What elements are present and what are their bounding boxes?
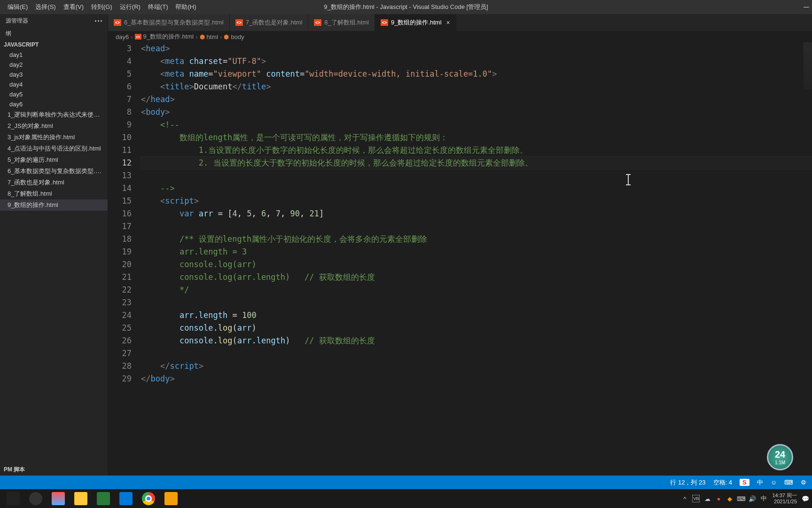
app-obs[interactable] bbox=[24, 489, 47, 508]
notification-icon[interactable]: 💬 bbox=[802, 495, 809, 502]
folder-day4[interactable]: day4 bbox=[0, 79, 108, 89]
ime-lang[interactable]: 中 bbox=[757, 478, 763, 487]
file-5[interactable]: 5_对象的遍历.html bbox=[0, 154, 108, 166]
tab-7[interactable]: <>7_函数也是对象.html bbox=[230, 14, 309, 31]
bc-file[interactable]: 9_数组的操作.html bbox=[143, 32, 194, 41]
explorer-title: 源管理器 bbox=[6, 17, 28, 25]
file-3[interactable]: 3_js对象属性的操作.html bbox=[0, 132, 108, 143]
menu-help[interactable]: 帮助(H) bbox=[172, 3, 200, 11]
tab-6[interactable]: <>6_基本数据类型与复杂数据类型.html bbox=[108, 14, 230, 31]
file-8[interactable]: 8_了解数组.html bbox=[0, 188, 108, 199]
start-button[interactable] bbox=[2, 489, 24, 508]
line-gutter: 345 678 91011 121314 151617 181920 21222… bbox=[108, 42, 141, 476]
app-explorer[interactable] bbox=[70, 489, 92, 508]
breadcrumb[interactable]: day6› <> 9_数组的操作.html› ⬢ html› ⬢ body bbox=[108, 31, 812, 42]
html-icon: <> bbox=[114, 19, 121, 26]
folder-day1[interactable]: day1 bbox=[0, 50, 108, 60]
emoji-icon[interactable]: ☺ bbox=[771, 479, 777, 486]
menu-goto[interactable]: 转到(G) bbox=[87, 3, 116, 11]
floating-badge[interactable]: 24 1.1M bbox=[767, 444, 793, 470]
app-chrome[interactable] bbox=[137, 489, 160, 508]
explorer-sidebar: 源管理器 纲 JAVASCRIPT day1 day2 day3 day4 da… bbox=[0, 14, 108, 476]
tab-bar: <>6_基本数据类型与复杂数据类型.html <>7_函数也是对象.html <… bbox=[108, 14, 812, 31]
tray-ime[interactable]: 中 bbox=[760, 495, 767, 502]
html-icon: <> bbox=[235, 19, 243, 26]
tab-9-active[interactable]: <>9_数组的操作.html× bbox=[375, 14, 456, 31]
folder-day6[interactable]: day6 bbox=[0, 99, 108, 109]
menu-run[interactable]: 运行(R) bbox=[116, 3, 144, 11]
folder-day2[interactable]: day2 bbox=[0, 60, 108, 70]
tray-vb-icon[interactable]: VB bbox=[692, 495, 700, 502]
code-editor[interactable]: 345 678 91011 121314 151617 181920 21222… bbox=[108, 42, 812, 476]
bc-body[interactable]: body bbox=[231, 33, 244, 40]
file-6[interactable]: 6_基本数据类型与复杂数据类型.html bbox=[0, 166, 108, 177]
app-terminal[interactable] bbox=[160, 489, 182, 508]
ime-badge[interactable]: S bbox=[740, 479, 750, 486]
tray-cloud-icon[interactable]: ☁ bbox=[703, 495, 711, 502]
outline-label[interactable]: 纲 bbox=[0, 28, 108, 40]
window-title: 9_数组的操作.html - Javascript - Visual Studi… bbox=[324, 3, 488, 11]
file-2[interactable]: 2_JS的对象.html bbox=[0, 120, 108, 132]
indent-spaces[interactable]: 空格: 4 bbox=[713, 478, 732, 487]
cursor-position[interactable]: 行 12，列 23 bbox=[670, 478, 705, 487]
bc-html[interactable]: html bbox=[207, 33, 219, 40]
menu-bar: 编辑(E) 选择(S) 查看(V) 转到(G) 运行(R) 终端(T) 帮助(H… bbox=[0, 0, 812, 14]
close-icon[interactable]: × bbox=[446, 19, 450, 26]
more-icon[interactable] bbox=[95, 20, 102, 22]
file-4[interactable]: 4_点语法与中括号语法的区别.html bbox=[0, 143, 108, 154]
folder-day5[interactable]: day5 bbox=[0, 89, 108, 99]
menu-select[interactable]: 选择(S) bbox=[31, 3, 59, 11]
minimap[interactable] bbox=[804, 42, 812, 89]
code-content[interactable]: <head> <meta charset="UTF-8"> <meta name… bbox=[141, 42, 812, 476]
status-bar: 行 12，列 23 空格: 4 S 中 ☺ ⌨ ⚙ bbox=[0, 476, 812, 489]
app-listary[interactable] bbox=[47, 489, 70, 508]
file-1[interactable]: 1_逻辑判断单独作为表达式来使用.... bbox=[0, 109, 108, 120]
explorer-header: 源管理器 bbox=[0, 14, 108, 28]
folder-day3[interactable]: day3 bbox=[0, 70, 108, 79]
tray-keyboard-icon[interactable]: ⌨ bbox=[737, 495, 745, 502]
keyboard-icon[interactable]: ⌨ bbox=[784, 479, 793, 486]
file-7[interactable]: 7_函数也是对象.html bbox=[0, 177, 108, 188]
workspace-root[interactable]: JAVASCRIPT bbox=[0, 40, 108, 50]
menu-terminal[interactable]: 终端(T) bbox=[144, 3, 172, 11]
tray-volume-icon[interactable]: 🔊 bbox=[749, 495, 756, 502]
npm-scripts[interactable]: PM 脚本 bbox=[0, 464, 108, 476]
tab-8[interactable]: <>8_了解数组.html bbox=[308, 14, 375, 31]
app-vscode[interactable] bbox=[115, 489, 137, 508]
html-icon: <> bbox=[135, 34, 141, 40]
tag-icon: ⬢ bbox=[224, 33, 229, 40]
file-9-active[interactable]: 9_数组的操作.html bbox=[0, 199, 108, 211]
minimize-icon[interactable]: ─ bbox=[804, 4, 809, 10]
tray-rec-icon[interactable]: ● bbox=[715, 495, 722, 502]
html-icon: <> bbox=[381, 19, 388, 26]
bc-folder[interactable]: day6 bbox=[116, 33, 129, 40]
tray-app-icon[interactable]: ◆ bbox=[726, 495, 734, 502]
html-icon: <> bbox=[314, 19, 321, 26]
app-notepad[interactable] bbox=[92, 489, 115, 508]
tray-chevron-icon[interactable]: ^ bbox=[681, 495, 688, 502]
system-tray[interactable]: ^ VB ☁ ● ◆ ⌨ 🔊 中 bbox=[681, 495, 767, 502]
menu-view[interactable]: 查看(V) bbox=[60, 3, 87, 11]
tag-icon: ⬢ bbox=[200, 33, 205, 40]
window-controls: ─ bbox=[804, 4, 809, 10]
menu-edit[interactable]: 编辑(E) bbox=[4, 3, 31, 11]
text-cursor-icon bbox=[628, 174, 629, 185]
gear-icon[interactable]: ⚙ bbox=[801, 479, 806, 486]
taskbar-clock[interactable]: 14:37 周一 2021/1/25 bbox=[772, 492, 797, 505]
taskbar: ^ VB ☁ ● ◆ ⌨ 🔊 中 14:37 周一 2021/1/25 💬 bbox=[0, 489, 812, 508]
